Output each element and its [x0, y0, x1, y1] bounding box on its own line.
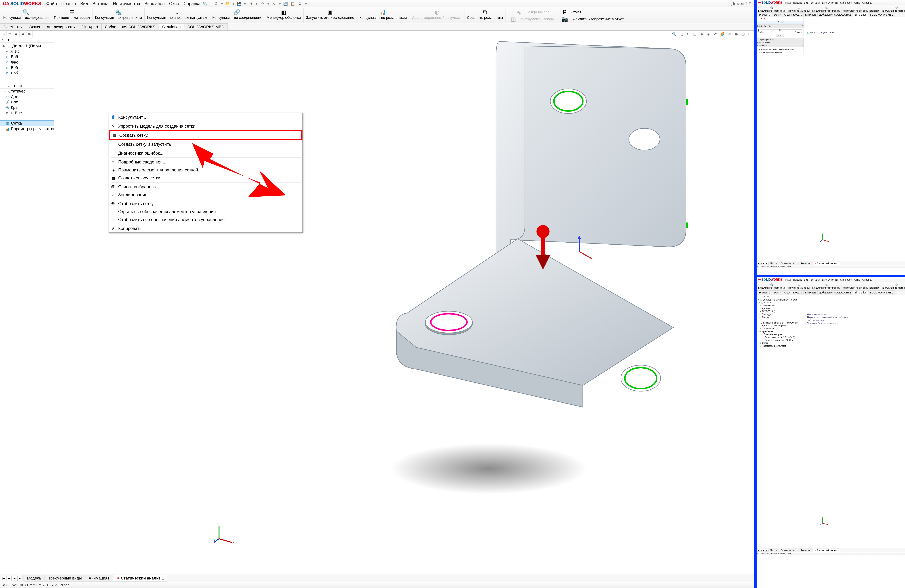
- new-icon[interactable]: 🗋: [214, 1, 219, 6]
- mesh-options-header[interactable]: Параметры⌃: [757, 44, 803, 47]
- menu-edit[interactable]: Правка: [792, 0, 803, 5]
- btab-3dviews[interactable]: Трехмерные виды: [45, 575, 85, 582]
- menu-tools[interactable]: Инструменты: [821, 0, 839, 5]
- ribbon-fixtures-advisor[interactable]: 🔩Консультант по креплениям: [811, 283, 841, 290]
- tab-nav-next-icon[interactable]: ▶: [12, 576, 17, 581]
- tree-node-kre[interactable]: 🔩Кре: [0, 105, 54, 110]
- tree-node-coe[interactable]: 🔗Соединения: [757, 327, 805, 330]
- tree-node-material[interactable]: ⬘7075-T6 (SN): [757, 310, 805, 313]
- tab-sw-addins[interactable]: Добавления SOLIDWORKS: [818, 291, 853, 295]
- tab-dimxpert[interactable]: DimXpert: [803, 13, 818, 17]
- section-icon[interactable]: ◫: [692, 31, 698, 37]
- ctx-create-mesh[interactable]: ▦Создать сетку...: [109, 130, 302, 140]
- ribbon-include-image[interactable]: 📷Включить изображение в отчет: [560, 16, 624, 22]
- tab-nav-prev-icon[interactable]: ◀: [760, 262, 762, 264]
- menu-help[interactable]: Справка: [861, 0, 873, 5]
- menu-tools[interactable]: Инструменты: [821, 277, 839, 283]
- tree-node-top[interactable]: ◫Сверху: [757, 316, 805, 319]
- menu-simulation[interactable]: Simulation: [839, 0, 853, 5]
- tree-node-gravity[interactable]: ↓Сила тяжести-1 (:-9.81 m/s^2:): [757, 336, 805, 339]
- tab-features[interactable]: Элементы: [0, 23, 26, 30]
- tree-node-det[interactable]: ⬚Дет: [0, 94, 54, 99]
- rebuild-icon[interactable]: 🔄: [283, 1, 288, 6]
- tree-node-arrow-down[interactable]: ↓: [0, 116, 54, 121]
- btab-model[interactable]: Модель: [768, 548, 779, 552]
- breadcrumb[interactable]: ⬚ Деталь1 (По умолчанию…: [807, 31, 837, 34]
- tab-analyze[interactable]: Анализировать: [782, 291, 803, 295]
- tab-nav-prev-icon[interactable]: ◀: [760, 549, 762, 551]
- mesh-params-checkbox[interactable]: [757, 39, 759, 40]
- tree-node-part[interactable]: ▾⬚Деталь1 (По умолчанию<<По умол: [757, 298, 805, 301]
- tab-sw-addins[interactable]: Добавления SOLIDWORKS: [818, 13, 853, 17]
- ctx-advisor[interactable]: 👤Консультант...: [109, 113, 302, 121]
- menu-view[interactable]: Вид: [78, 0, 90, 7]
- menu-insert[interactable]: Вставка: [810, 0, 821, 5]
- tab-nav-first-icon[interactable]: |◀: [1, 576, 6, 581]
- menu-file[interactable]: Файл: [784, 277, 792, 283]
- tab-sketch[interactable]: Эскиз: [772, 13, 782, 17]
- tree-node-front[interactable]: ◫Спереди: [757, 313, 805, 316]
- tree-tool-icon[interactable]: ⧉: [18, 83, 23, 88]
- ctx-show-all[interactable]: Отобразить все обозначения элементов упр…: [109, 216, 302, 224]
- menu-window[interactable]: Окно: [167, 0, 181, 7]
- opt-run-checkbox[interactable]: [758, 52, 759, 53]
- tab-dimxpert[interactable]: DimXpert: [78, 23, 102, 30]
- tree-node-mesh[interactable]: ▦Сетка: [757, 342, 805, 345]
- tab-simulation[interactable]: Simulation: [853, 13, 868, 17]
- ctx-simplify[interactable]: ↘Упростить модель для создания сетки: [109, 122, 302, 130]
- tree-node-history[interactable]: ▸🕘Ис: [0, 49, 54, 54]
- tab-nav-last-icon[interactable]: ▶|: [765, 549, 768, 551]
- tree-tab-properties-icon[interactable]: ☷: [760, 295, 763, 298]
- tab-nav-last-icon[interactable]: ▶|: [17, 576, 22, 581]
- menu-insert[interactable]: Вставка: [810, 277, 821, 283]
- open-icon[interactable]: 📂: [225, 1, 230, 6]
- tree-node-boss1[interactable]: ◘Боб: [0, 54, 54, 60]
- tree-node-boss3[interactable]: ◘Боб: [0, 70, 54, 76]
- ribbon-fixtures-advisor[interactable]: 🔩Консультант по креплениям: [811, 6, 841, 13]
- menu-edit[interactable]: Правка: [59, 0, 78, 7]
- menu-help[interactable]: Справка: [181, 0, 203, 7]
- menu-edit[interactable]: Правка: [792, 277, 803, 283]
- tree-node-vne[interactable]: ▾↓Внешние нагрузки: [757, 333, 805, 336]
- tree-node-det[interactable]: ⬚Деталь1 (-7075-T6 (SN)-): [757, 324, 805, 327]
- view-triad[interactable]: [820, 515, 831, 526]
- ribbon-loads-advisor[interactable]: ↓Консультант по внешним нагрузкам: [144, 8, 210, 23]
- mesh-params-header[interactable]: Параметры сетки⌄: [757, 38, 803, 41]
- tab-simulation[interactable]: Simulation: [853, 291, 868, 295]
- tree-tool-icon[interactable]: ◧: [12, 83, 17, 88]
- pin-icon[interactable]: 📌: [763, 17, 765, 20]
- opt-save[interactable]: Сохранить настройки без создание сетки: [757, 48, 803, 51]
- btab-static[interactable]: ✦ Статический анализ 1: [813, 262, 840, 265]
- tab-dimxpert[interactable]: DimXpert: [803, 291, 818, 295]
- menu-help[interactable]: Справка: [861, 277, 873, 283]
- tree-tool-icon[interactable]: ◧: [6, 38, 11, 42]
- ctx-hide-all[interactable]: Скрыть все обозначения элементов управле…: [109, 208, 302, 216]
- mesh-density-header[interactable]: Плотность сетки⌃: [757, 24, 803, 27]
- menu-view[interactable]: Вид: [803, 0, 810, 5]
- ribbon-loads-advisor[interactable]: ↓Консультант по внешним нагрузкам: [841, 6, 880, 13]
- opt-run[interactable]: Запуск (решение) анализа: [757, 51, 803, 54]
- tree-node-coe[interactable]: 🔗Сое: [0, 99, 54, 105]
- view-triad[interactable]: [820, 232, 831, 243]
- ribbon-connections-advisor[interactable]: 🔗Консультант по соединениям: [210, 8, 264, 23]
- ribbon-compare[interactable]: ⧉Сравнить результаты: [464, 8, 506, 23]
- print-icon[interactable]: 🖨: [248, 1, 253, 6]
- ribbon-study-advisor[interactable]: 🔍Консультант исследования: [757, 6, 787, 13]
- tree-node-part[interactable]: ▸⬚Деталь1 (По ум…: [0, 43, 54, 49]
- select-icon[interactable]: ↖: [272, 1, 276, 6]
- tree-node-force[interactable]: ↓Сила-1 (:На объект: -1000 N:): [757, 339, 805, 342]
- hide-show-icon[interactable]: 👁: [713, 31, 718, 37]
- btab-animation[interactable]: Анимация1: [85, 575, 113, 582]
- ribbon-connections-advisor[interactable]: 🔗Консультант по соединениям: [880, 6, 905, 13]
- menu-view[interactable]: Вид: [803, 277, 810, 283]
- menu-insert[interactable]: Вставка: [90, 0, 111, 7]
- tree-node-face[interactable]: ◘Фас: [0, 60, 54, 65]
- search-icon[interactable]: 🔍: [203, 1, 208, 6]
- cancel-icon[interactable]: ✖: [760, 17, 763, 20]
- ribbon-results-advisor[interactable]: 📊Консультант по результатам: [357, 8, 410, 23]
- tree-tab-feature-icon[interactable]: ⬚: [757, 295, 760, 298]
- tab-features[interactable]: Элементы: [757, 13, 772, 17]
- tab-nav-first-icon[interactable]: |◀: [757, 262, 760, 264]
- btab-static[interactable]: ✦ Статический анализ 1: [813, 548, 840, 552]
- tree-tab-display-icon[interactable]: ◈: [19, 30, 26, 37]
